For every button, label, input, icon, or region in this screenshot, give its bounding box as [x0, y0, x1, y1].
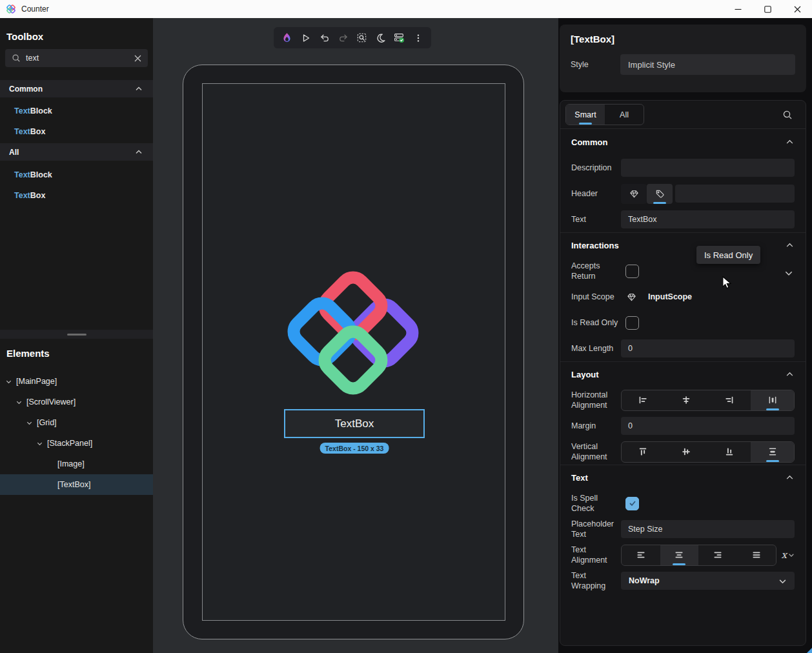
tab-group: Smart All: [565, 104, 644, 125]
text-align-center-icon[interactable]: [660, 545, 699, 565]
text-align-right-icon[interactable]: [698, 545, 737, 565]
section-header-common[interactable]: Common: [560, 129, 806, 155]
chevron-down-icon[interactable]: [784, 268, 793, 277]
selected-indicator: [673, 563, 685, 565]
close-button[interactable]: [782, 0, 812, 18]
inspect-element-icon[interactable]: [354, 30, 370, 46]
dropdown-value: NoWrap: [629, 576, 660, 585]
dev-server-status-icon[interactable]: [391, 30, 408, 46]
margin-input[interactable]: [621, 417, 795, 435]
tree-item-grid[interactable]: [Grid]: [0, 412, 153, 433]
tree-item-image[interactable]: [Image]: [0, 454, 153, 474]
window-resize-grip[interactable]: [807, 648, 812, 653]
tree-item-scrollviewer[interactable]: [ScrollViewer]: [0, 392, 153, 412]
tree-item-textbox[interactable]: [TextBox]: [0, 474, 153, 495]
tag-icon[interactable]: [647, 184, 673, 204]
canvas-textbox-element[interactable]: TextBox: [284, 409, 425, 438]
toolbox-section-common[interactable]: Common: [0, 80, 153, 97]
align-vertical-bottom-icon[interactable]: [708, 442, 751, 462]
property-label: Description: [571, 163, 621, 173]
toolbox-section-all[interactable]: All: [0, 143, 153, 161]
align-vertical-stretch-icon[interactable]: [751, 442, 794, 462]
chevron-down-icon[interactable]: [36, 440, 45, 447]
tab-smart[interactable]: Smart: [566, 105, 605, 125]
is-read-only-checkbox[interactable]: [625, 316, 639, 330]
vertical-alignment-group: [621, 441, 795, 463]
text-wrapping-dropdown[interactable]: NoWrap: [621, 572, 795, 590]
redo-icon[interactable]: [335, 30, 352, 46]
selection-size-badge: TextBox - 150 x 33: [320, 443, 389, 454]
section-header-interactions[interactable]: Interactions: [560, 232, 806, 258]
section-label: Text: [571, 473, 588, 483]
description-input[interactable]: [621, 159, 795, 177]
theme-toggle-moon-icon[interactable]: [372, 30, 389, 46]
tree-item-mainpage[interactable]: [MainPage]: [0, 371, 153, 392]
toolbox-item-textblock[interactable]: TextBlock: [0, 165, 153, 185]
chevron-down-icon[interactable]: [5, 378, 14, 385]
property-label: Vertical Alignment: [571, 441, 621, 463]
align-horizontal-left-icon[interactable]: [622, 390, 665, 410]
is-spell-check-checkbox[interactable]: [625, 497, 639, 510]
tab-all[interactable]: All: [605, 105, 644, 125]
maximize-button[interactable]: [753, 0, 782, 18]
placeholder-text-input[interactable]: [621, 520, 795, 538]
property-row-vertical-alignment: Vertical Alignment: [560, 439, 806, 465]
device-screen[interactable]: TextBox TextBox - 150 x 33: [202, 83, 505, 621]
minimize-button[interactable]: [723, 0, 753, 18]
property-label: Text Alignment: [571, 545, 621, 566]
item-rest: Box: [30, 191, 46, 200]
toolbox-item-textbox[interactable]: TextBox: [0, 121, 153, 142]
align-horizontal-center-icon[interactable]: [665, 390, 708, 410]
undo-icon[interactable]: [316, 30, 333, 46]
toolbox-item-textbox[interactable]: TextBox: [0, 185, 153, 206]
design-canvas[interactable]: TextBox TextBox - 150 x 33: [153, 18, 558, 653]
header-input[interactable]: [675, 185, 795, 203]
selected-indicator: [766, 408, 779, 410]
panel-splitter[interactable]: [0, 330, 153, 339]
toolbox-search-input[interactable]: [26, 54, 128, 63]
search-properties-icon[interactable]: [782, 110, 793, 120]
header-editor-switch: [621, 184, 673, 204]
chevron-up-icon[interactable]: [786, 138, 794, 146]
property-row-text: Text: [560, 206, 806, 232]
chevron-down-icon[interactable]: [15, 399, 24, 406]
section-label: Interactions: [571, 241, 619, 250]
chevron-up-icon[interactable]: [786, 474, 794, 482]
advanced-property-dropdown[interactable]: x: [782, 549, 795, 561]
section-header-layout[interactable]: Layout: [560, 361, 806, 387]
clear-search-icon[interactable]: [134, 55, 141, 62]
text-input[interactable]: [621, 210, 795, 228]
binding-gem-icon[interactable]: [621, 184, 647, 204]
chevron-up-icon[interactable]: [786, 241, 794, 250]
align-vertical-top-icon[interactable]: [622, 442, 665, 462]
tree-item-label: [MainPage]: [16, 377, 57, 386]
align-horizontal-right-icon[interactable]: [708, 390, 751, 410]
chevron-up-icon[interactable]: [786, 370, 794, 379]
property-label: Placeholder Text: [571, 519, 621, 540]
more-options-icon[interactable]: [410, 30, 427, 46]
section-header-text[interactable]: Text: [560, 465, 806, 490]
style-row: Style: [560, 54, 806, 75]
hot-reload-flame-icon[interactable]: [279, 30, 296, 46]
property-label: Text Wrapping: [571, 570, 621, 592]
section-label: Common: [571, 137, 607, 147]
style-input[interactable]: [620, 54, 795, 75]
tree-item-label: [Grid]: [37, 418, 57, 427]
selected-element-title: [TextBox]: [560, 25, 806, 45]
app-window: Counter Toolbox Common: [0, 0, 812, 653]
text-align-justify-icon[interactable]: [737, 545, 776, 565]
input-scope-value[interactable]: InputScope: [648, 292, 692, 301]
chevron-down-icon[interactable]: [26, 419, 34, 427]
tree-item-stackpanel[interactable]: [StackPanel]: [0, 433, 153, 454]
app-logo-image[interactable]: [276, 257, 431, 412]
align-horizontal-stretch-icon[interactable]: [751, 390, 794, 410]
max-length-input[interactable]: [621, 339, 795, 357]
align-vertical-center-icon[interactable]: [665, 442, 708, 462]
accepts-return-checkbox[interactable]: [625, 265, 639, 278]
text-align-left-icon[interactable]: [622, 545, 660, 565]
play-icon[interactable]: [298, 30, 314, 46]
property-row-description: Description: [560, 155, 806, 181]
toolbox-item-textblock[interactable]: TextBlock: [0, 101, 153, 121]
binding-gem-icon[interactable]: [627, 292, 636, 302]
toolbox-search[interactable]: [5, 49, 148, 67]
